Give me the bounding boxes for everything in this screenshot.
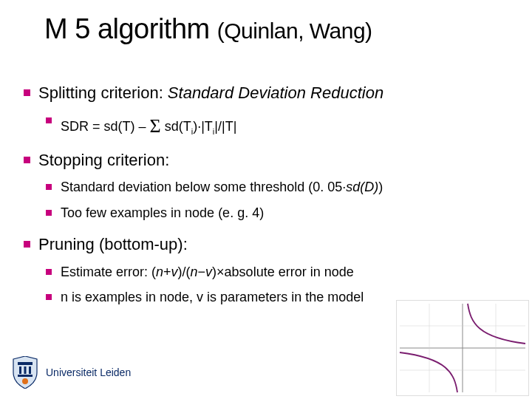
formula: SDR = sd(T) – Σ sd(Ti)·|Ti|/|T|	[61, 119, 236, 134]
bullet-stop-fewexamples: Too few examples in node (e. g. 4)	[44, 204, 510, 222]
text: Too few examples in node (e. g. 4)	[61, 205, 264, 220]
svg-rect-0	[18, 362, 33, 365]
bullet-pruning: Pruning (bottom-up):	[22, 233, 510, 256]
minus: −	[198, 265, 206, 279]
university-logo: Universiteit Leiden	[12, 356, 131, 389]
text: n is examples in node, v is parameters i…	[61, 290, 364, 304]
close: )	[378, 180, 383, 194]
svg-rect-4	[18, 375, 33, 377]
text: Standard deviation below some threshold …	[61, 180, 342, 194]
svg-rect-3	[29, 366, 31, 374]
text-em: sd(D)	[346, 180, 378, 194]
suffix: )×absolute error in node	[212, 265, 354, 279]
bullet-stopping: Stopping criterion:	[22, 149, 510, 171]
svg-point-5	[22, 378, 28, 384]
title-sub: (Quinlan, Wang)	[217, 18, 372, 43]
svg-rect-2	[24, 366, 27, 374]
bullet-sdr-formula: SDR = sd(T) – Σ sd(Ti)·|Ti|/|T|	[44, 112, 510, 137]
mid: )/(	[178, 265, 191, 279]
text-em: Standard Deviation Reduction	[168, 83, 383, 102]
text: Stopping criterion:	[38, 151, 169, 169]
slide: M 5 algorithm (Quinlan, Wang) Splitting …	[0, 0, 532, 399]
bullet-stop-threshold: Standard deviation below some threshold …	[44, 178, 510, 196]
plot-svg	[397, 301, 528, 395]
pruning-ratio-plot	[396, 300, 529, 396]
svg-rect-1	[19, 366, 21, 374]
n: n	[156, 265, 163, 279]
slide-content: Splitting criterion: Standard Deviation …	[22, 70, 510, 310]
text: Splitting criterion:	[38, 83, 168, 102]
bullet-prune-error: Estimate error: (n+v)/(n−v)×absolute err…	[44, 263, 510, 281]
plus: +	[163, 265, 171, 279]
text: Pruning (bottom-up):	[38, 235, 188, 253]
slide-title: M 5 algorithm (Quinlan, Wang)	[44, 13, 510, 45]
v2: v	[205, 265, 212, 279]
logo-text: Universiteit Leiden	[46, 366, 131, 378]
title-main: M 5 algorithm	[44, 13, 210, 44]
bullet-splitting: Splitting criterion: Standard Deviation …	[22, 82, 510, 104]
n2: n	[191, 265, 198, 279]
shield-icon	[12, 356, 38, 389]
text: Estimate error: (	[61, 265, 156, 279]
v: v	[171, 265, 178, 279]
